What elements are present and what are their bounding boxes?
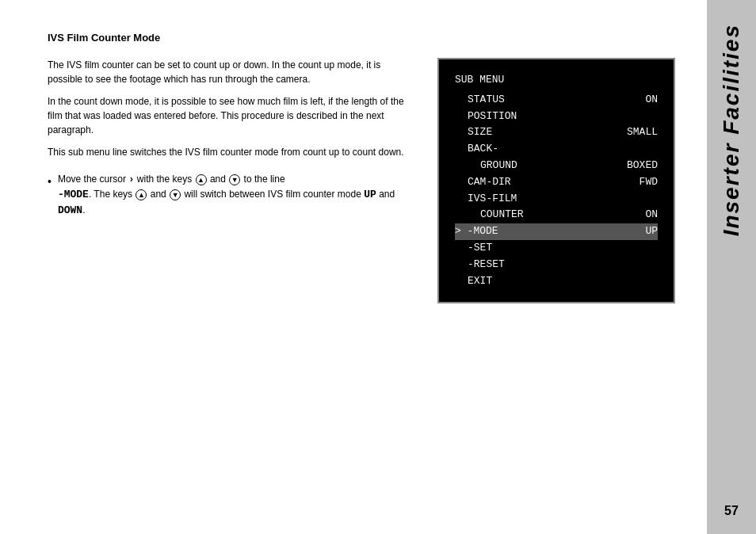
key-up2-icon: ▲ [136, 189, 147, 200]
screen-row: GROUNDBOXED [455, 158, 658, 174]
bullet-text: Move the cursor › with the keys ▲ and ▼ … [58, 172, 414, 218]
bullet-dot: • [48, 174, 52, 218]
move-cursor-text: Move the cursor [58, 174, 126, 185]
screen-row: > -MODEUP [455, 223, 658, 240]
screen-row: -SET [455, 240, 658, 257]
screen-display: SUB MENU STATUSONPOSITIONSIZESMALLBACK-G… [437, 58, 675, 303]
text-column: The IVS film counter can be set to count… [48, 58, 414, 218]
bullet-item-1: • Move the cursor › with the keys ▲ and … [48, 172, 414, 218]
will-switch-text: will switch between IVS film counter mod… [184, 189, 361, 200]
sidebar: Inserter Facilities 57 [707, 0, 756, 534]
paragraph-3: This sub menu line switches the IVS film… [48, 145, 414, 159]
and-text-3: and [379, 189, 395, 200]
key-down-icon: ▼ [229, 174, 240, 185]
down-label: DOWN [58, 204, 82, 216]
section-title: IVS Film Counter Mode [48, 32, 675, 44]
screen-row: CAM-DIRFWD [455, 174, 658, 191]
main-content: IVS Film Counter Mode The IVS film count… [0, 0, 707, 534]
and-text-2: and [151, 189, 169, 200]
content-layout: The IVS film counter can be set to count… [48, 58, 675, 303]
screen-row: -RESET [455, 257, 658, 273]
mode-label: -MODE [58, 189, 89, 200]
screen-row: COUNTERON [455, 207, 658, 223]
cursor-symbol: › [128, 174, 134, 185]
paragraph-2: In the count down mode, it is possible t… [48, 94, 414, 137]
page-number: 57 [724, 504, 739, 518]
paragraph-1: The IVS film counter can be set to count… [48, 58, 414, 86]
and-text-1: and [210, 174, 228, 185]
screen-row: BACK- [455, 141, 658, 158]
screen-row: STATUSON [455, 92, 658, 109]
to-line-text: to the line [244, 174, 285, 185]
sidebar-title: Inserter Facilities [719, 24, 744, 236]
screen-row: POSITION [455, 109, 658, 125]
screen-rows: STATUSONPOSITIONSIZESMALLBACK-GROUNDBOXE… [455, 92, 658, 290]
screen-row: SIZESMALL [455, 124, 658, 141]
screen-row: EXIT [455, 273, 658, 290]
key-down2-icon: ▼ [170, 189, 181, 200]
screen-title: SUB MENU [455, 72, 658, 89]
key-up-icon: ▲ [196, 174, 207, 185]
period-text: . The keys [89, 189, 135, 200]
up-label: UP [364, 189, 376, 200]
bullet-section: • Move the cursor › with the keys ▲ and … [48, 172, 414, 218]
screen-row: IVS-FILM [455, 191, 658, 208]
